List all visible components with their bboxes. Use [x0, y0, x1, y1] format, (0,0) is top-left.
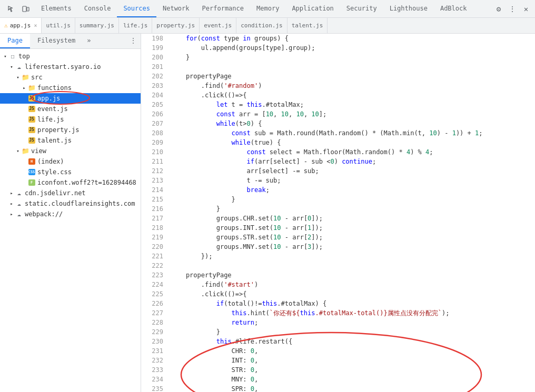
- file-tab-lifejs[interactable]: life.js: [119, 18, 152, 33]
- tree-item-label: style.css: [37, 168, 72, 176]
- tree-item-appjs[interactable]: JSapp.js: [0, 93, 141, 104]
- line-code: groups.CHR.set(10 - arr[0]);: [169, 214, 535, 223]
- sidebar-kebab[interactable]: ⋮: [126, 34, 141, 48]
- more-icon[interactable]: ⋮: [506, 2, 519, 16]
- tree-item-webpack[interactable]: ▸☁webpack://: [0, 209, 141, 219]
- code-line: 234 MNY: 0,: [144, 375, 535, 384]
- tree-item-propertyjs[interactable]: JSproperty.js: [0, 125, 141, 135]
- tree-item-label: iconfont.woff2?t=162894468: [37, 179, 136, 186]
- code-line: 222: [144, 261, 535, 270]
- code-line: 207 while(t>0) {: [144, 119, 535, 128]
- code-line: 233 STR: 0,: [144, 365, 535, 375]
- line-code: break;: [169, 185, 535, 195]
- tree-item-iconfont[interactable]: Ficonfont.woff2?t=162894468: [0, 177, 141, 188]
- file-tab-utiljs[interactable]: util.js: [42, 18, 75, 33]
- file-tab-close[interactable]: ×: [34, 23, 37, 28]
- line-code: .find('#random'): [169, 81, 535, 91]
- line-code: ul.append(groups[type].group);: [169, 43, 535, 53]
- tree-item-src[interactable]: ▾📁src: [0, 72, 141, 83]
- code-line: 200 }: [144, 53, 535, 62]
- code-line: 215 }: [144, 195, 535, 204]
- line-number: 204: [144, 91, 169, 100]
- close-devtools-icon[interactable]: ✕: [519, 2, 533, 16]
- warn-icon: ⚠: [4, 22, 8, 29]
- line-number: 230: [144, 337, 169, 346]
- tab-adblock[interactable]: AdBlock: [434, 0, 473, 17]
- line-code: });: [169, 252, 535, 261]
- tab-console[interactable]: Console: [78, 0, 117, 17]
- tree-item-functions[interactable]: ▸📁functions: [0, 83, 141, 93]
- sidebar-tab-more[interactable]: »: [83, 34, 95, 48]
- line-code: this.#life.restart({: [169, 337, 535, 346]
- tab-elements[interactable]: Elements: [35, 0, 78, 17]
- line-number: 233: [144, 365, 169, 375]
- file-tab-label: event.js: [204, 22, 232, 29]
- code-line: 217 groups.CHR.set(10 - arr[0]);: [144, 214, 535, 223]
- devtools-tab-list: Elements Console Sources Network Perform…: [35, 0, 492, 17]
- line-code: return;: [169, 318, 535, 327]
- tree-item-cdn[interactable]: ▸☁cdn.jsdelivr.net: [0, 188, 141, 198]
- tab-performance[interactable]: Performance: [196, 0, 250, 17]
- tree-item-icon: ☐: [8, 53, 17, 60]
- line-number: 224: [144, 280, 169, 289]
- tab-security[interactable]: Security: [340, 0, 383, 17]
- code-line: 208 const sub = Math.round(Math.random()…: [144, 128, 535, 138]
- tree-item-index[interactable]: H(index): [0, 156, 141, 167]
- file-tab-propertyjs[interactable]: property.js: [152, 18, 200, 33]
- line-code: t -= sub;: [169, 176, 535, 185]
- line-code: groups.STR.set(10 - arr[2]);: [169, 233, 535, 242]
- file-tab-conditionjs[interactable]: condition.js: [236, 18, 287, 33]
- line-number: 206: [144, 109, 169, 119]
- code-editor[interactable]: 198 for(const type in groups) {199 ul.ap…: [144, 34, 535, 392]
- file-tab-talentjs[interactable]: talent.js: [288, 18, 328, 33]
- line-code: INT: 0,: [169, 356, 535, 365]
- file-tab-summaryjs[interactable]: summary.js: [75, 18, 119, 33]
- sidebar-tab-filesystem[interactable]: Filesystem: [30, 34, 83, 48]
- code-line: 202 propertyPage: [144, 72, 535, 81]
- inspect-icon[interactable]: [4, 2, 18, 16]
- device-icon[interactable]: [19, 2, 33, 16]
- line-code: propertyPage: [169, 72, 535, 81]
- tree-item-top[interactable]: ▾☐top: [0, 51, 141, 62]
- line-code: arr[select] -= sub;: [169, 166, 535, 176]
- settings-icon[interactable]: ⚙: [492, 2, 506, 16]
- line-number: 203: [144, 81, 169, 91]
- sidebar-annotation-oval: [0, 92, 137, 105]
- code-line: 218 groups.INT.set(10 - arr[1]);: [144, 223, 535, 233]
- line-code: }: [169, 327, 535, 337]
- line-code: }: [169, 195, 535, 204]
- tree-arrow: ▸: [8, 212, 15, 217]
- tree-arrow: ▾: [2, 54, 8, 59]
- tree-item-cloudflare[interactable]: ▸☁static.cloudflareinsights.com: [0, 198, 141, 209]
- file-tab-appjs[interactable]: ⚠app.js×: [0, 18, 42, 33]
- sidebar-tab-page[interactable]: Page: [0, 34, 30, 48]
- tab-network[interactable]: Network: [156, 0, 196, 17]
- tree-item-liferestart[interactable]: ▾☁liferestart.syaro.io: [0, 62, 141, 72]
- tab-memory[interactable]: Memory: [250, 0, 285, 17]
- line-number: 229: [144, 327, 169, 337]
- tab-application[interactable]: Application: [285, 0, 340, 17]
- file-tab-label: property.js: [156, 22, 195, 29]
- tree-item-icon: 📁: [27, 84, 36, 92]
- tab-sources[interactable]: Sources: [117, 0, 156, 17]
- line-number: 226: [144, 299, 169, 308]
- code-line: 232 INT: 0,: [144, 356, 535, 365]
- tree-arrow: ▸: [8, 201, 15, 206]
- file-tab-eventjs[interactable]: event.js: [200, 18, 236, 33]
- line-number: 213: [144, 176, 169, 185]
- code-line: 220 groups.MNY.set(10 - arr[3]);: [144, 242, 535, 252]
- tree-item-view[interactable]: ▾📁view: [0, 146, 141, 156]
- code-line: 224 .find('#start'): [144, 280, 535, 289]
- line-number: 228: [144, 318, 169, 327]
- line-number: 210: [144, 147, 169, 157]
- tab-lighthouse[interactable]: Lighthouse: [383, 0, 434, 17]
- tree-item-lifejs[interactable]: JSlife.js: [0, 114, 141, 125]
- line-code: }: [169, 204, 535, 214]
- code-line: 213 t -= sub;: [144, 176, 535, 185]
- tree-item-talentjs[interactable]: JStalent.js: [0, 135, 141, 146]
- line-code: this.hint(`你还有${this.#totalMax-total()}属…: [169, 308, 535, 318]
- file-tab-label: life.js: [123, 22, 147, 29]
- tree-item-eventjs[interactable]: JSevent.js: [0, 104, 141, 114]
- tree-item-stylecss[interactable]: CSSstyle.css: [0, 167, 141, 177]
- code-line: 219 groups.STR.set(10 - arr[2]);: [144, 233, 535, 242]
